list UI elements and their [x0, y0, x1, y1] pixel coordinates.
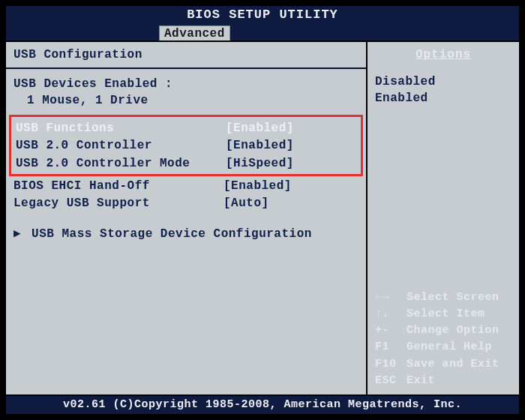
help-key: ←→ — [375, 290, 406, 305]
triangle-right-icon: ▶ — [14, 226, 24, 241]
option-enabled[interactable]: Enabled — [375, 90, 512, 106]
tab-advanced[interactable]: Advanced — [159, 26, 230, 40]
help-key: +- — [375, 323, 406, 338]
highlighted-settings: USB Functions [Enabled] USB 2.0 Controll… — [9, 115, 363, 176]
setting-label: USB Functions — [16, 120, 226, 137]
setting-value: [Auto] — [224, 195, 306, 212]
help-key: ↑↓ — [375, 307, 406, 322]
usb-status-block: USB Devices Enabled : 1 Mouse, 1 Drive — [14, 76, 358, 109]
help-desc: Change Option — [406, 323, 512, 338]
section-title: USB Configuration — [14, 48, 358, 62]
help-desc: Save and Exit — [406, 357, 512, 372]
setting-label: BIOS EHCI Hand-Off — [14, 178, 224, 195]
help-key: F1 — [375, 340, 406, 355]
help-block: ←→ Select Screen ↑↓ Select Item +- Chang… — [375, 290, 512, 389]
usb-status-line: 1 Mouse, 1 Drive — [14, 93, 358, 110]
setting-bios-ehci-handoff[interactable]: BIOS EHCI Hand-Off [Enabled] — [14, 178, 358, 195]
option-disabled[interactable]: Disabled — [375, 74, 512, 90]
setting-value: [Enabled] — [226, 137, 308, 154]
setting-value: [Enabled] — [224, 178, 306, 195]
footer-text: v02.61 (C)Copyright 1985-2008, American … — [63, 398, 462, 411]
submenu-label: USB Mass Storage Device Configuration — [32, 227, 312, 241]
help-desc: Select Screen — [406, 290, 512, 305]
help-desc: Exit — [406, 374, 512, 388]
setting-label: USB 2.0 Controller Mode — [16, 155, 226, 172]
option-list: Disabled Enabled — [375, 74, 512, 107]
setting-label: USB 2.0 Controller — [16, 137, 226, 154]
submenu-usb-mass-storage[interactable]: ▶ USB Mass Storage Device Configuration — [14, 226, 358, 241]
title-bar: BIOS SETUP UTILITY — [6, 6, 519, 24]
bios-window: BIOS SETUP UTILITY Advanced USB Configur… — [4, 4, 520, 416]
help-key: F10 — [375, 357, 406, 372]
help-key: ESC — [375, 374, 406, 388]
setting-value: [Enabled] — [226, 120, 308, 137]
help-desc: Select Item — [406, 307, 512, 322]
setting-usb20-controller-mode[interactable]: USB 2.0 Controller Mode [HiSpeed] — [16, 155, 356, 172]
content-row: USB Configuration USB Devices Enabled : … — [6, 40, 519, 396]
main-pane: USB Configuration USB Devices Enabled : … — [6, 42, 368, 394]
usb-status-heading: USB Devices Enabled : — [14, 76, 358, 93]
setting-legacy-usb-support[interactable]: Legacy USB Support [Auto] — [14, 195, 358, 212]
setting-usb-functions[interactable]: USB Functions [Enabled] — [16, 120, 356, 137]
app-title: BIOS SETUP UTILITY — [187, 8, 338, 22]
tab-label: Advanced — [164, 27, 225, 40]
footer: v02.61 (C)Copyright 1985-2008, American … — [6, 396, 519, 414]
setting-value: [HiSpeed] — [226, 155, 308, 172]
divider — [6, 68, 366, 69]
setting-label: Legacy USB Support — [14, 195, 224, 212]
tab-row: Advanced — [6, 24, 519, 40]
side-pane: Options Disabled Enabled ←→ Select Scree… — [368, 42, 519, 394]
help-desc: General Help — [406, 340, 512, 355]
options-header: Options — [375, 48, 512, 62]
setting-usb20-controller[interactable]: USB 2.0 Controller [Enabled] — [16, 137, 356, 154]
